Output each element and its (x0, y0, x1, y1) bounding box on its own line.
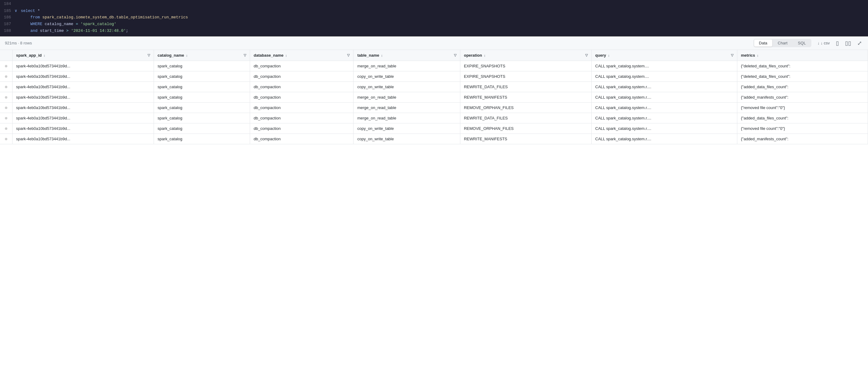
table-row[interactable]: spark-4eb0a10bd573441b9d...spark_catalog… (0, 134, 868, 144)
cell-spark_app_id: spark-4eb0a10bd573441b9d... (12, 123, 154, 134)
cell-table_name: merge_on_read_table (353, 103, 460, 113)
code-line-188: 188 and start_time > '2024-11-01 14:32:4… (0, 28, 868, 35)
row-indicator (0, 61, 12, 72)
code-line-185: 185 ∨ select * (0, 8, 868, 15)
cell-catalog_name: spark_catalog (154, 123, 250, 134)
sort-catalog-name-icon[interactable]: ↕ (186, 54, 188, 57)
th-table-name-label: table_name (357, 53, 379, 58)
table-row[interactable]: spark-4eb0a10bd573441b9d...spark_catalog… (0, 92, 868, 103)
cell-database_name: db_compaction (250, 82, 353, 92)
cell-query: CALL spark_catalog.system.r.... (591, 123, 737, 134)
cell-database_name: db_compaction (250, 72, 353, 82)
row-dot (5, 86, 7, 88)
cell-metrics: {"added_data_files_count": (737, 82, 868, 92)
th-spark-app-id-label: spark_app_id (16, 53, 42, 58)
cell-spark_app_id: spark-4eb0a10bd573441b9d... (12, 103, 154, 113)
expand-button[interactable]: ⤢ (856, 40, 863, 47)
tab-chart[interactable]: Chart (773, 39, 793, 47)
cell-query: CALL spark_catalog.system.r.... (591, 92, 737, 103)
th-row-indicator (0, 50, 12, 61)
table-row[interactable]: spark-4eb0a10bd573441b9d...spark_catalog… (0, 61, 868, 72)
toolbar-actions: ↓ ↓ csv ▯ ▯▯ ⤢ (816, 40, 863, 47)
cell-query: CALL spark_catalog.system.... (591, 72, 737, 82)
cell-spark_app_id: spark-4eb0a10bd573441b9d... (12, 113, 154, 123)
cell-database_name: db_compaction (250, 113, 353, 123)
cell-spark_app_id: spark-4eb0a10bd573441b9d... (12, 61, 154, 72)
cell-catalog_name: spark_catalog (154, 61, 250, 72)
th-database-name-label: database_name (254, 53, 284, 58)
filter-operation-icon[interactable]: ▽ (585, 53, 588, 57)
cell-query: CALL spark_catalog.system.r.... (591, 103, 737, 113)
cell-query: CALL spark_catalog.system.r.... (591, 134, 737, 144)
table-header-row: spark_app_id ↕ ▽ catalog_name ↕ ▽ databa… (0, 50, 868, 61)
view-tabs: Data Chart SQL (753, 39, 811, 47)
table-row[interactable]: spark-4eb0a10bd573441b9d...spark_catalog… (0, 82, 868, 92)
table-row[interactable]: spark-4eb0a10bd573441b9d...spark_catalog… (0, 113, 868, 123)
row-dot (5, 127, 7, 130)
cell-spark_app_id: spark-4eb0a10bd573441b9d... (12, 72, 154, 82)
filter-query-icon[interactable]: ▽ (731, 53, 733, 57)
row-dot (5, 117, 7, 119)
filter-catalog-name-icon[interactable]: ▽ (244, 53, 246, 57)
layout-split-button[interactable]: ▯▯ (844, 40, 852, 47)
cell-spark_app_id: spark-4eb0a10bd573441b9d... (12, 82, 154, 92)
line-number: 186 (0, 15, 15, 20)
cell-operation: REWRITE_MANIFESTS (460, 92, 591, 103)
table-row[interactable]: spark-4eb0a10bd573441b9d...spark_catalog… (0, 72, 868, 82)
th-table-name: table_name ↕ ▽ (353, 50, 460, 61)
filter-database-name-icon[interactable]: ▽ (347, 53, 349, 57)
cell-operation: REMOVE_ORPHAN_FILES (460, 123, 591, 134)
sort-spark-app-id-icon[interactable]: ↕ (43, 54, 45, 57)
th-metrics: metrics ↕ (737, 50, 868, 61)
cell-metrics: {"removed file count":"0"} (737, 123, 868, 134)
row-indicator (0, 123, 12, 134)
cell-query: CALL spark_catalog.system.r.... (591, 82, 737, 92)
results-table: spark_app_id ↕ ▽ catalog_name ↕ ▽ databa… (0, 50, 868, 144)
sort-database-name-icon[interactable]: ↕ (285, 54, 287, 57)
row-indicator (0, 92, 12, 103)
cell-database_name: db_compaction (250, 103, 353, 113)
tab-data[interactable]: Data (754, 39, 772, 47)
th-query: query ↕ ▽ (591, 50, 737, 61)
cell-catalog_name: spark_catalog (154, 92, 250, 103)
cell-metrics: {"deleted_data_files_count": (737, 61, 868, 72)
row-indicator (0, 103, 12, 113)
line-gutter: ∨ (15, 8, 21, 13)
cell-table_name: merge_on_read_table (353, 92, 460, 103)
cell-catalog_name: spark_catalog (154, 82, 250, 92)
cell-catalog_name: spark_catalog (154, 113, 250, 123)
table-row[interactable]: spark-4eb0a10bd573441b9d...spark_catalog… (0, 123, 868, 134)
tab-sql[interactable]: SQL (793, 39, 811, 47)
cell-table_name: copy_on_write_table (353, 134, 460, 144)
cell-database_name: db_compaction (250, 123, 353, 134)
sort-operation-icon[interactable]: ↕ (484, 54, 486, 57)
code-line-186: 186 from spark_catalog.iomete_system_db.… (0, 15, 868, 22)
layout-single-button[interactable]: ▯ (835, 40, 840, 47)
code-line-184: 184 (0, 1, 868, 8)
line-number: 188 (0, 28, 15, 33)
row-dot (5, 138, 7, 140)
cell-catalog_name: spark_catalog (154, 72, 250, 82)
cell-catalog_name: spark_catalog (154, 103, 250, 113)
th-operation: operation ↕ ▽ (460, 50, 591, 61)
line-number: 185 (0, 8, 15, 13)
line-content: WHERE catalog_name = 'spark_catalog' (21, 22, 116, 26)
cell-metrics: {"deleted_data_files_count": (737, 72, 868, 82)
cell-operation: EXPIRE_SNAPSHOTS (460, 61, 591, 72)
sort-table-name-icon[interactable]: ↕ (381, 54, 383, 57)
row-indicator (0, 134, 12, 144)
cell-table_name: copy_on_write_table (353, 72, 460, 82)
filter-spark-app-id-icon[interactable]: ▽ (148, 53, 150, 57)
download-icon: ↓ (817, 41, 819, 45)
line-content: from spark_catalog.iomete_system_db.tabl… (21, 15, 188, 20)
sort-query-icon[interactable]: ↕ (608, 54, 610, 57)
code-editor: 184 185 ∨ select * 186 from spark_catalo… (0, 0, 868, 36)
cell-operation: EXPIRE_SNAPSHOTS (460, 72, 591, 82)
th-metrics-label: metrics (741, 53, 755, 58)
results-toolbar: 921ms · 8 rows Data Chart SQL ↓ ↓ csv ▯ … (0, 36, 868, 50)
sort-metrics-icon[interactable]: ↕ (757, 54, 759, 57)
cell-metrics: {"added_manifests_count": (737, 134, 868, 144)
filter-table-name-icon[interactable]: ▽ (454, 53, 456, 57)
download-csv-button[interactable]: ↓ ↓ csv (816, 40, 831, 46)
table-row[interactable]: spark-4eb0a10bd573441b9d...spark_catalog… (0, 103, 868, 113)
